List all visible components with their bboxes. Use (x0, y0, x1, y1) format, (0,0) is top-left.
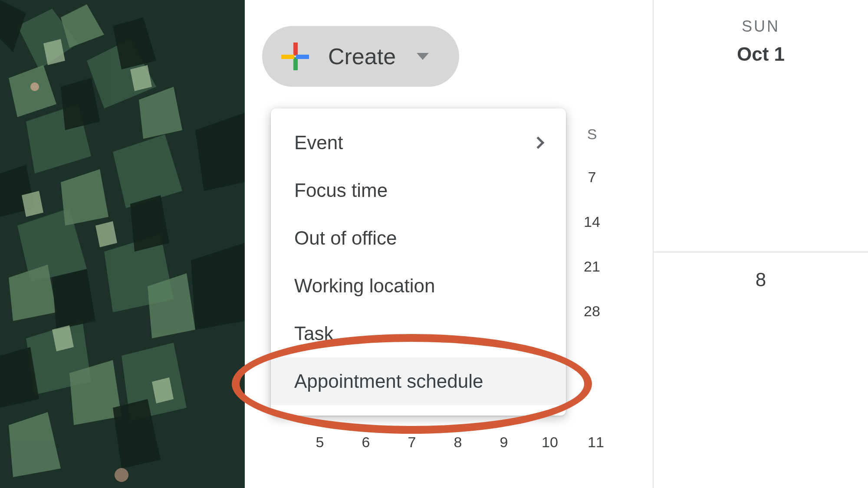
grid-divider (654, 252, 868, 252)
menu-item-label: Appointment schedule (294, 370, 483, 392)
menu-item-out-of-office[interactable]: Out of office (271, 214, 566, 262)
menu-item-event[interactable]: Event (271, 119, 566, 167)
create-dropdown-menu: Event Focus time Out of office Working l… (271, 108, 566, 416)
calendar-day-header: SUN Oct 1 (654, 0, 868, 65)
mini-calendar-date[interactable]: 28 (579, 303, 605, 320)
mini-calendar-date[interactable]: 21 (579, 258, 605, 275)
mini-calendar-date[interactable]: 10 (540, 434, 560, 451)
menu-item-appointment-schedule[interactable]: Appointment schedule (271, 357, 566, 405)
mini-calendar-date[interactable]: 6 (356, 434, 376, 451)
mini-calendar-date[interactable]: 7 (402, 434, 422, 451)
menu-item-label: Event (294, 132, 343, 154)
calendar-weekday-label: SUN (654, 17, 868, 36)
menu-item-label: Task (294, 323, 333, 344)
menu-item-label: Focus time (294, 180, 388, 201)
menu-item-label: Out of office (294, 227, 397, 249)
mini-calendar-date[interactable]: 7 (579, 169, 605, 186)
mini-calendar-date[interactable]: 14 (579, 213, 605, 230)
mini-calendar-column: S 7 14 21 28 (579, 126, 605, 347)
menu-item-working-location[interactable]: Working location (271, 262, 566, 310)
svg-point-34 (115, 468, 128, 482)
mini-calendar-date[interactable]: 9 (494, 434, 514, 451)
mini-calendar-week-row: 5 6 7 8 9 10 11 (310, 434, 606, 451)
create-button-label: Create (328, 43, 396, 69)
mini-calendar-date[interactable]: 5 (310, 434, 330, 451)
calendar-grid[interactable]: SUN Oct 1 8 (653, 0, 868, 488)
menu-item-focus-time[interactable]: Focus time (271, 167, 566, 214)
svg-point-33 (30, 82, 39, 91)
menu-item-label: Working location (294, 275, 435, 297)
calendar-sidebar: S 7 14 21 28 5 6 7 8 9 10 11 Create (245, 0, 653, 488)
calendar-day-number[interactable]: 8 (654, 269, 868, 291)
mini-calendar-date[interactable]: 11 (586, 434, 606, 451)
mini-calendar-date[interactable]: 8 (448, 434, 468, 451)
chevron-right-icon (532, 137, 544, 149)
menu-item-task[interactable]: Task (271, 310, 566, 357)
calendar-date-label: Oct 1 (654, 43, 868, 65)
create-button[interactable]: Create (262, 26, 459, 87)
wallpaper-background (0, 0, 245, 488)
dropdown-caret-icon (417, 53, 429, 60)
mini-calendar-weekday-header: S (579, 126, 605, 143)
google-plus-icon (281, 43, 309, 70)
